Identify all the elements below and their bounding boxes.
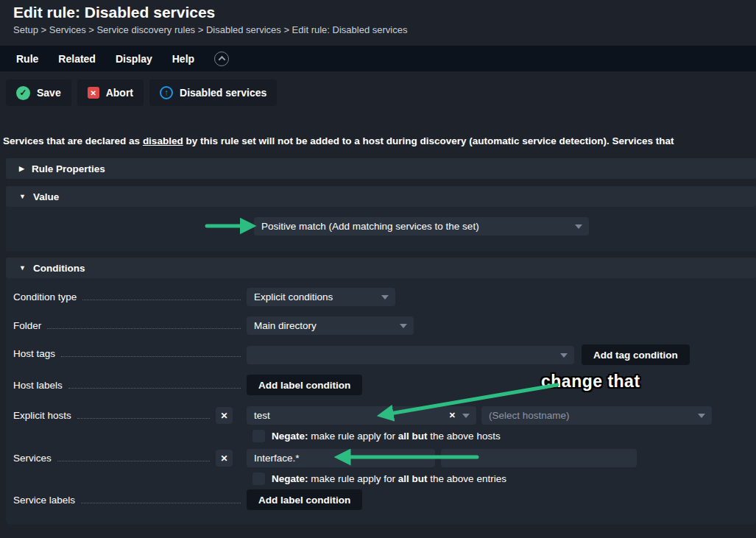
dotted-leader [47, 322, 241, 329]
folder-dropdown[interactable]: Main directory [247, 316, 414, 335]
dotted-leader [77, 412, 210, 419]
host-tags-label: Host tags [13, 348, 55, 359]
breadcrumb[interactable]: Setup > Services > Service discovery rul… [13, 24, 407, 35]
rule-description-disabled-term: disabled [143, 135, 183, 146]
dotted-leader [61, 350, 241, 357]
service-labels-label: Service labels [13, 495, 75, 506]
add-service-label-condition-button[interactable]: Add label condition [247, 489, 362, 510]
remove-explicit-hosts-condition-button[interactable]: ✕ [216, 407, 233, 424]
menu-item-related[interactable]: Related [58, 53, 96, 65]
rule-description-after: by this rule set will not be added to a … [183, 135, 674, 146]
negate-plain: make rule apply for [308, 431, 398, 442]
toolbar: ✓ Save ✕ Abort ↑ Disabled services [6, 79, 277, 106]
clear-input-icon[interactable]: ✕ [449, 410, 456, 420]
chevron-up-icon [218, 56, 225, 63]
match-type-dropdown-value: Positive match (Add matching services to… [261, 221, 479, 232]
add-host-label-condition-button[interactable]: Add label condition [247, 375, 362, 395]
negate-bold: Negate: [272, 431, 308, 442]
save-button[interactable]: ✓ Save [6, 79, 71, 106]
services-label-cell: Services ✕ [6, 449, 247, 467]
negate-services-row: Negate: make rule apply for all but the … [252, 472, 506, 485]
negate-hosts-row: Negate: make rule apply for all but the … [252, 430, 501, 442]
match-type-dropdown[interactable]: Positive match (Add matching services to… [254, 217, 589, 236]
abort-cross-icon: ✕ [88, 87, 99, 99]
explicit-host-input-combo: ✕ [247, 406, 476, 425]
condition-type-label-cell: Condition type [6, 288, 247, 306]
menubar-collapse-button[interactable] [214, 52, 229, 66]
negate-services-text: Negate: make rule apply for all but the … [272, 473, 506, 484]
condition-type-label: Condition type [13, 291, 77, 302]
annotation-change-that: change that [541, 372, 640, 392]
conditions-panel: Condition type Explicit conditions Folde… [6, 278, 756, 525]
remove-services-condition-button[interactable]: ✕ [216, 450, 233, 467]
rule-description: Services that are declared as disabled b… [3, 135, 756, 146]
select-hostname-placeholder: (Select hostname) [489, 410, 570, 421]
menu-item-rule[interactable]: Rule [16, 53, 38, 65]
host-tags-row: Host tags Add tag condition [6, 344, 756, 365]
condition-type-row: Condition type Explicit conditions [6, 288, 756, 306]
folder-label-cell: Folder [6, 316, 247, 335]
section-title-rule-properties: Rule Properties [32, 163, 105, 174]
negate-bold: all but [398, 473, 428, 484]
dotted-leader [82, 294, 241, 300]
service-labels-label-cell: Service labels [6, 489, 247, 510]
dropdown-caret-icon [698, 414, 705, 418]
section-header-value[interactable]: ▼ Value [6, 186, 756, 207]
host-labels-label: Host labels [13, 380, 63, 391]
negate-services-checkbox[interactable] [252, 472, 265, 485]
folder-dropdown-value: Main directory [254, 320, 317, 331]
condition-type-dropdown[interactable]: Explicit conditions [247, 288, 395, 306]
menubar: Rule Related Display Help [0, 46, 756, 71]
explicit-hosts-label-cell: Explicit hosts ✕ [6, 406, 247, 425]
expanded-triangle-icon: ▼ [19, 264, 26, 272]
host-tags-label-cell: Host tags [6, 344, 247, 363]
menu-item-help[interactable]: Help [172, 53, 194, 65]
menu-item-display[interactable]: Display [116, 53, 152, 65]
service-pattern-input-empty[interactable] [441, 449, 637, 467]
dotted-leader [81, 497, 241, 503]
dotted-leader [68, 382, 241, 389]
ruleset-button-label: Disabled services [180, 87, 266, 99]
dropdown-caret-icon [560, 353, 568, 358]
value-panel: Positive match (Add matching services to… [6, 207, 756, 251]
expanded-triangle-icon: ▼ [19, 193, 26, 200]
services-label: Services [13, 453, 52, 464]
negate-plain: make rule apply for [308, 473, 398, 484]
explicit-hosts-label: Explicit hosts [13, 410, 71, 421]
dotted-leader [57, 455, 210, 461]
negate-bold: Negate: [272, 473, 308, 484]
section-title-conditions: Conditions [33, 263, 85, 274]
ruleset-button[interactable]: ↑ Disabled services [149, 79, 277, 106]
abort-button[interactable]: ✕ Abort [77, 79, 144, 106]
condition-type-dropdown-value: Explicit conditions [254, 291, 333, 302]
abort-button-label: Abort [106, 87, 133, 99]
negate-plain: the above hosts [428, 431, 501, 442]
select-hostname-dropdown[interactable]: (Select hostname) [481, 406, 712, 425]
host-labels-label-cell: Host labels [6, 375, 247, 395]
explicit-host-input[interactable] [247, 406, 476, 425]
folder-label: Folder [13, 320, 41, 331]
save-button-label: Save [37, 87, 61, 99]
services-row: Services ✕ [6, 449, 756, 467]
negate-hosts-text: Negate: make rule apply for all but the … [272, 431, 501, 442]
service-pattern-input[interactable] [247, 449, 435, 467]
dropdown-caret-icon[interactable] [462, 414, 470, 418]
section-header-conditions[interactable]: ▼ Conditions [6, 258, 756, 278]
host-tags-dropdown[interactable] [247, 346, 574, 364]
negate-plain: the above entries [428, 473, 506, 484]
explicit-hosts-row: Explicit hosts ✕ ✕ (Select hostname) [6, 406, 756, 425]
section-title-value: Value [33, 191, 59, 202]
page-title: Edit rule: Disabled services [13, 4, 215, 21]
service-labels-row: Service labels Add label condition [6, 489, 756, 510]
rule-description-before: Services that are declared as [3, 135, 143, 146]
add-tag-condition-button[interactable]: Add tag condition [582, 344, 690, 365]
save-check-icon: ✓ [16, 86, 30, 100]
folder-row: Folder Main directory [6, 316, 756, 335]
host-labels-row: Host labels Add label condition [6, 375, 756, 395]
ruleset-up-arrow-icon: ↑ [160, 86, 173, 99]
dropdown-caret-icon [381, 295, 389, 300]
section-header-rule-properties[interactable]: ▶ Rule Properties [6, 158, 756, 179]
collapsed-triangle-icon: ▶ [19, 165, 24, 172]
negate-hosts-checkbox[interactable] [252, 430, 265, 442]
dropdown-caret-icon [400, 324, 407, 328]
